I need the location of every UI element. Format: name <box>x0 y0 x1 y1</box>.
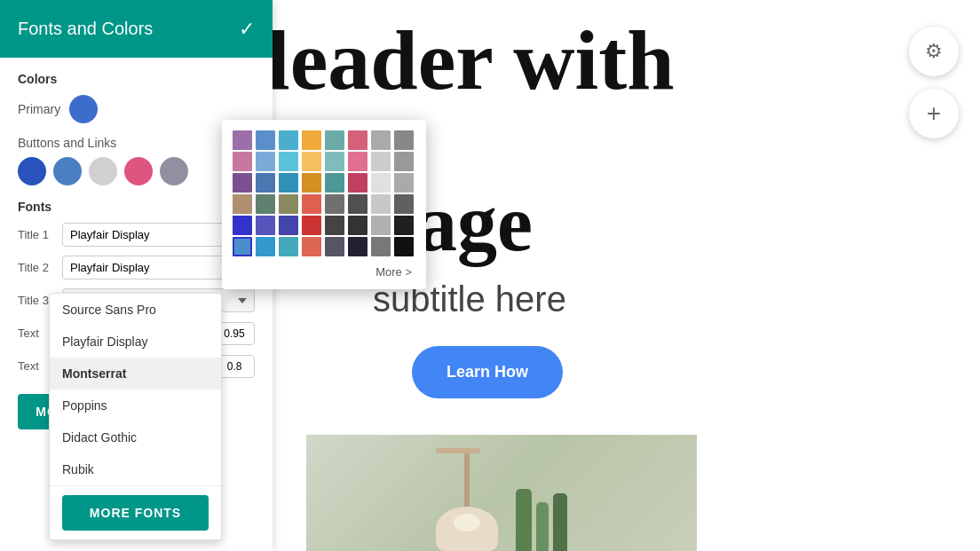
color-cell[interactable] <box>348 237 368 256</box>
colors-section-label: Colors <box>18 72 255 86</box>
add-section-button[interactable]: + <box>909 89 959 138</box>
color-cell[interactable] <box>233 152 252 171</box>
color-cell[interactable] <box>371 173 391 193</box>
primary-color-swatch[interactable] <box>69 95 98 123</box>
learn-how-button[interactable]: Learn How <box>412 346 563 398</box>
font-option-montserrat[interactable]: Montserrat <box>50 358 221 390</box>
color-cell[interactable] <box>279 173 298 193</box>
color-cell[interactable] <box>256 130 275 150</box>
color-cell[interactable] <box>394 130 414 150</box>
color-swatch-medium-blue[interactable] <box>53 157 82 185</box>
color-cell[interactable] <box>394 216 414 235</box>
gear-icon: ⚙ <box>925 40 943 63</box>
color-cell[interactable] <box>302 152 321 171</box>
color-cell[interactable] <box>371 237 391 256</box>
color-swatch-dark-blue[interactable] <box>18 157 46 185</box>
dropdown-more-fonts-button[interactable]: MORE FONTS <box>62 495 209 531</box>
color-cell[interactable] <box>256 237 275 256</box>
fonts-section-label: Fonts <box>18 200 255 214</box>
preview-image <box>306 435 697 551</box>
title2-label: Title 2 <box>18 261 55 274</box>
color-cell[interactable] <box>302 194 321 214</box>
color-cell[interactable] <box>233 173 252 193</box>
color-cell[interactable] <box>279 194 298 214</box>
color-swatch-pink[interactable] <box>124 157 153 185</box>
color-cell[interactable] <box>394 152 414 171</box>
color-cell[interactable] <box>302 216 321 235</box>
color-cell[interactable] <box>302 237 321 256</box>
font-option-source-sans[interactable]: Source Sans Pro <box>50 294 221 326</box>
sidebar-header: Fonts and Colors ✓ <box>0 0 273 58</box>
settings-gear-button[interactable]: ⚙ <box>909 27 959 76</box>
color-cell[interactable] <box>348 152 368 171</box>
color-cell[interactable] <box>256 152 275 171</box>
color-cell[interactable] <box>256 194 275 214</box>
color-cell[interactable] <box>394 173 414 193</box>
color-cell[interactable] <box>348 173 368 193</box>
color-cell[interactable] <box>279 152 298 171</box>
color-cell[interactable] <box>233 130 252 150</box>
font-option-rubik[interactable]: Rubik <box>50 453 221 485</box>
dropdown-more-fonts-row: MORE FONTS <box>50 485 221 539</box>
color-cell[interactable] <box>325 194 344 214</box>
font-option-didact[interactable]: Didact Gothic <box>50 421 221 453</box>
color-grid <box>233 130 415 256</box>
font-option-poppins[interactable]: Poppins <box>50 390 221 421</box>
color-cell[interactable] <box>302 173 321 193</box>
color-swatch-light-gray[interactable] <box>89 157 117 185</box>
button-color-swatches <box>18 157 255 185</box>
color-cell[interactable] <box>256 216 275 235</box>
color-cell[interactable] <box>371 216 391 235</box>
title2-font-row: Title 2 Playfair Display <box>18 256 255 279</box>
buttons-links-label: Buttons and Links <box>18 136 255 150</box>
font-option-playfair[interactable]: Playfair Display <box>50 326 221 358</box>
color-cell[interactable] <box>302 130 321 150</box>
preview-heading: leader with <box>266 18 675 103</box>
color-cell[interactable] <box>371 130 391 150</box>
title1-label: Title 1 <box>18 228 55 241</box>
color-cell[interactable] <box>233 194 252 214</box>
color-cell[interactable] <box>325 130 344 150</box>
color-cell[interactable] <box>325 216 344 235</box>
color-cell[interactable] <box>394 194 414 214</box>
color-cell[interactable] <box>394 237 414 256</box>
primary-label: Primary <box>18 102 60 116</box>
color-cell[interactable] <box>325 237 344 256</box>
color-cell[interactable] <box>279 216 298 235</box>
primary-color-row: Primary <box>18 95 255 123</box>
color-cell[interactable] <box>348 130 368 150</box>
color-cell[interactable] <box>279 237 298 256</box>
plus-icon: + <box>927 99 941 128</box>
confirm-button[interactable]: ✓ <box>239 18 255 41</box>
color-cell[interactable] <box>279 130 298 150</box>
color-cell[interactable] <box>325 173 344 193</box>
color-cell[interactable] <box>233 216 252 235</box>
color-swatch-dark-gray[interactable] <box>160 157 188 185</box>
color-cell-selected[interactable] <box>233 237 252 256</box>
title1-font-row: Title 1 Playfair Display <box>18 223 255 247</box>
color-cell[interactable] <box>325 152 344 171</box>
sidebar-title: Fonts and Colors <box>18 19 153 39</box>
color-cell[interactable] <box>256 173 275 193</box>
color-picker-more-link[interactable]: More > <box>233 265 415 279</box>
color-cell[interactable] <box>371 194 391 214</box>
color-cell[interactable] <box>348 216 368 235</box>
color-cell[interactable] <box>348 194 368 214</box>
font-dropdown-menu: Source Sans Pro Playfair Display Montser… <box>49 293 222 540</box>
color-picker-popup: More > <box>222 120 426 289</box>
color-cell[interactable] <box>371 152 391 171</box>
